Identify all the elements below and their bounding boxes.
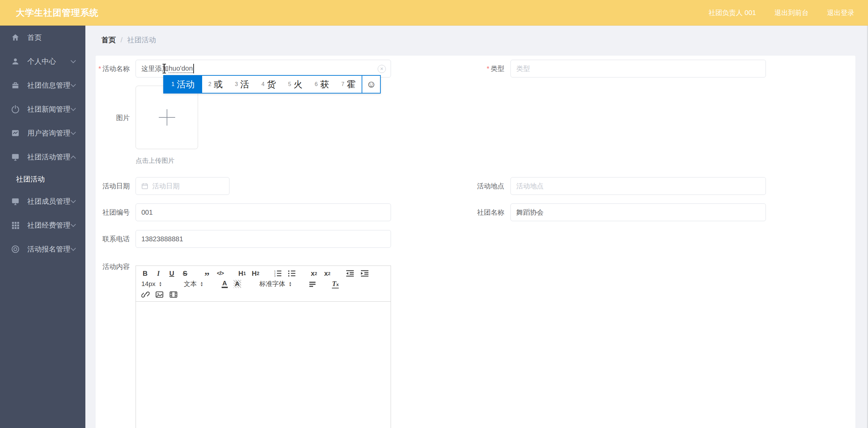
insert-video-button[interactable] (169, 290, 178, 299)
svg-text:2: 2 (274, 272, 276, 275)
select-arrows-icon: ▲▼ (289, 281, 292, 287)
ime-candidate[interactable]: 4货 (255, 76, 282, 93)
sidebar-item-activity-signup[interactable]: 活动报名管理 (0, 237, 85, 261)
sidebar-item-club-activity-mgmt[interactable]: 社团活动管理 (0, 145, 85, 169)
phone-input[interactable]: 13823888881 (136, 230, 391, 248)
sidebar-item-club-funds[interactable]: 社团经费管理 (0, 213, 85, 237)
ordered-list-button[interactable]: 123 (274, 269, 282, 278)
font-size-select[interactable]: 14px ▲▼ (141, 280, 162, 288)
ime-candidate-popup: 1活动 2或 3活 4货 5火 6获 7霍 (163, 75, 381, 94)
ime-candidate[interactable]: 2或 (202, 76, 229, 93)
strikethrough-button[interactable]: S (181, 269, 189, 278)
top-header-bar: 大学生社团管理系统 社团负责人 001 退出到前台 退出登录 (0, 0, 868, 26)
location-input[interactable]: 活动地点 (510, 177, 766, 195)
ime-candidate[interactable]: 7霍 (335, 76, 362, 93)
logout-link[interactable]: 退出登录 (827, 8, 854, 17)
exit-to-front-link[interactable]: 退出到前台 (774, 8, 809, 17)
sidebar-item-label: 社团经费管理 (27, 220, 70, 230)
toolbar-row-2: 14px ▲▼ 文本 ▲▼ A A 标准字体 (141, 279, 385, 289)
paragraph-select[interactable]: 文本 ▲▼ (184, 280, 203, 288)
clear-input-icon[interactable]: × (378, 65, 386, 73)
chevron-down-icon (71, 222, 76, 227)
breadcrumb-separator: / (121, 36, 123, 44)
sidebar-item-label: 活动报名管理 (27, 244, 70, 254)
breadcrumb-home[interactable]: 首页 (101, 35, 116, 45)
heading2-button[interactable]: H2 (252, 269, 259, 278)
type-placeholder: 类型 (516, 64, 530, 73)
bold-button[interactable]: B (141, 269, 149, 278)
grid-icon (11, 221, 20, 230)
indent-button[interactable] (360, 269, 369, 278)
align-select[interactable] (309, 280, 316, 288)
ime-candidate[interactable]: 3活 (229, 76, 255, 93)
ime-emoji-button[interactable]: ☺ (362, 76, 380, 93)
sidebar-subitem-club-activity[interactable]: 社团活动 (0, 169, 85, 189)
underline-button[interactable]: U (168, 269, 176, 278)
sidebar-item-home[interactable]: 首页 (0, 26, 85, 49)
image-label: 图片 (96, 109, 130, 127)
select-arrows-icon: ▲▼ (200, 281, 203, 287)
editor-content-area[interactable] (136, 302, 391, 428)
header-actions: 社团负责人 001 退出到前台 退出登录 (709, 0, 854, 26)
subscript-button[interactable]: x2 (310, 269, 318, 278)
rich-text-editor: B I U S ” </> H1 H2 123 (136, 266, 391, 428)
sidebar-item-club-members[interactable]: 社团成员管理 (0, 189, 85, 213)
current-user-link[interactable]: 社团负责人 001 (709, 8, 756, 17)
briefcase-icon (11, 81, 20, 90)
ime-candidate[interactable]: 6获 (309, 76, 335, 93)
type-label: * 类型 (470, 60, 504, 77)
club-no-label: 社团编号 (96, 203, 130, 221)
sidebar-subitem-label: 社团活动 (16, 174, 45, 184)
power-icon (11, 105, 20, 114)
calendar-icon (141, 183, 148, 189)
sidebar-item-club-news[interactable]: 社团新闻管理 (0, 97, 85, 121)
heading1-button[interactable]: H1 (238, 269, 246, 278)
date-placeholder: 活动日期 (152, 182, 180, 191)
superscript-button[interactable]: x2 (324, 269, 331, 278)
toolbar-row-1: B I U S ” </> H1 H2 123 (141, 269, 385, 278)
select-arrows-icon: ▲▼ (159, 281, 162, 287)
insert-image-button[interactable] (155, 290, 164, 299)
sidebar-nav: 首页 个人中心 社团信息管理 社团新闻管理 用 (0, 26, 85, 428)
ring-icon (11, 245, 20, 254)
plus-icon (159, 109, 175, 126)
clear-format-button[interactable]: Tx (332, 280, 338, 288)
text-color-button[interactable]: A (222, 280, 228, 288)
date-input[interactable]: 活动日期 (136, 177, 229, 195)
phone-value: 13823888881 (141, 235, 183, 243)
svg-text:1: 1 (274, 270, 276, 272)
breadcrumb: 首页 / 社团活动 (101, 35, 156, 45)
home-icon (11, 33, 20, 42)
type-input[interactable]: 类型 (510, 60, 766, 77)
input-committed-text: 这里添加 (141, 64, 169, 73)
chevron-down-icon (71, 130, 76, 135)
club-no-input[interactable]: 001 (136, 203, 391, 221)
app-title: 大学生社团管理系统 (16, 7, 99, 19)
activity-name-label: * 活动名称 (96, 60, 130, 77)
club-no-value: 001 (141, 209, 153, 216)
ime-candidate[interactable]: 5火 (282, 76, 309, 93)
sidebar-item-label: 用户咨询管理 (27, 128, 70, 138)
code-block-button[interactable]: </> (216, 269, 224, 278)
italic-button[interactable]: I (155, 269, 162, 278)
upload-hint-text: 点击上传图片 (136, 156, 174, 165)
sidebar-item-club-info[interactable]: 社团信息管理 (0, 73, 85, 97)
bullet-list-button[interactable] (288, 269, 296, 278)
form-card: * 活动名称 这里添加huo'don × * 类型 类型 1活动 (96, 56, 855, 428)
image-upload-box[interactable] (136, 86, 198, 149)
club-name-input[interactable]: 舞蹈协会 (510, 203, 766, 221)
chevron-down-icon (71, 58, 76, 63)
sidebar-item-user-consult[interactable]: 用户咨询管理 (0, 121, 85, 145)
main-content: 首页 / 社团活动 * 活动名称 这里添加huo'don × * 类型 类型 (85, 26, 868, 428)
outdent-button[interactable] (346, 269, 354, 278)
ime-composition-text: huo'don (169, 65, 193, 73)
ime-candidate[interactable]: 1活动 (164, 76, 202, 93)
background-color-button[interactable]: A (234, 280, 241, 288)
insert-link-button[interactable] (141, 290, 150, 299)
chevron-up-icon (71, 156, 76, 161)
sidebar-item-personal-center[interactable]: 个人中心 (0, 49, 85, 73)
blockquote-button[interactable]: ” (203, 269, 211, 278)
location-label: 活动地点 (470, 177, 504, 195)
font-family-select[interactable]: 标准字体 ▲▼ (260, 280, 292, 288)
phone-label: 联系电话 (96, 230, 130, 248)
